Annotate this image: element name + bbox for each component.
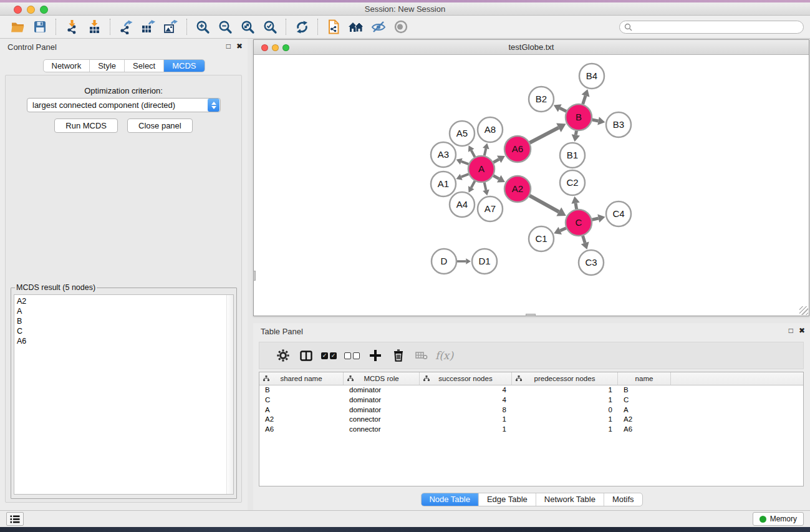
column-header[interactable]: MCDS role	[344, 372, 420, 385]
minimize-window-button[interactable]	[27, 6, 35, 14]
mcds-result-item[interactable]: B	[17, 316, 224, 326]
table-cell[interactable]: 1	[512, 385, 618, 395]
table-cell[interactable]: 1	[420, 415, 512, 425]
close-window-button[interactable]	[14, 6, 22, 14]
tab-mcds[interactable]: MCDS	[163, 60, 204, 72]
table-cell[interactable]: A	[618, 405, 671, 415]
table-cell[interactable]: 8	[420, 405, 512, 415]
table-cell[interactable]: C	[618, 395, 671, 405]
export-image-button[interactable]	[160, 17, 182, 36]
add-column-button[interactable]	[364, 350, 387, 361]
table-cell[interactable]: A	[259, 405, 344, 415]
clone-network-button[interactable]	[322, 17, 345, 36]
optimization-criterion-dropdown[interactable]: largest connected component (directed)	[27, 98, 221, 112]
close-panel-button[interactable]: Close panel	[127, 118, 193, 133]
show-panels-button[interactable]	[6, 512, 24, 526]
graph-edge-A-A8[interactable]	[485, 148, 486, 155]
graph-edge-C-C1[interactable]	[560, 228, 566, 231]
network-minimize-button[interactable]	[272, 44, 279, 51]
table-row[interactable]: Adominator80A	[259, 405, 803, 415]
show-columns-button[interactable]	[294, 351, 317, 361]
home-button[interactable]	[345, 17, 367, 36]
graph-edge-C-C4[interactable]	[592, 218, 598, 220]
table-cell[interactable]: B	[259, 385, 344, 395]
graph-edge-A-A3[interactable]	[461, 162, 469, 164]
tab-network[interactable]: Network	[43, 60, 89, 72]
tab-motifs[interactable]: Motifs	[604, 493, 642, 506]
network-maximize-button[interactable]	[282, 44, 289, 51]
run-mcds-button[interactable]: Run MCDS	[54, 118, 118, 133]
table-row[interactable]: A2connector11A2	[259, 415, 803, 425]
table-cell[interactable]: B	[618, 385, 671, 395]
mcds-result-item[interactable]: A6	[17, 336, 224, 346]
mcds-result-item[interactable]: A2	[17, 296, 224, 306]
maximize-window-button[interactable]	[40, 6, 48, 14]
hide-graphics-button[interactable]	[367, 17, 390, 36]
show-graphics-button[interactable]	[390, 17, 412, 36]
import-table-button[interactable]	[83, 17, 105, 36]
close-panel-icon[interactable]: ✖	[799, 326, 805, 335]
table-row[interactable]: A6connector11A6	[259, 425, 803, 435]
table-cell[interactable]: 1	[512, 425, 618, 435]
zoom-in-button[interactable]	[191, 17, 214, 36]
refresh-button[interactable]	[291, 17, 313, 36]
float-panel-icon[interactable]: □	[789, 326, 793, 335]
graph-edge-A6-B[interactable]	[530, 128, 559, 143]
tab-network-table[interactable]: Network Table	[536, 493, 604, 506]
table-cell[interactable]: C	[259, 395, 344, 405]
column-header[interactable]: name	[618, 372, 671, 385]
delete-table-button[interactable]	[410, 351, 433, 360]
deselect-all-button[interactable]	[340, 352, 364, 359]
table-cell[interactable]: 1	[512, 415, 618, 425]
delete-column-button[interactable]	[387, 349, 410, 362]
table-cell[interactable]: dominator	[344, 385, 420, 395]
network-canvas[interactable]: B4B2BB3A5A8A6B1A3AA1C2A2A4A7C4CC1C3DD1	[254, 56, 809, 316]
zoom-fit-button[interactable]	[236, 17, 259, 36]
column-header[interactable]: shared name	[259, 372, 344, 385]
graph-edge-A-A7[interactable]	[485, 182, 486, 190]
table-cell[interactable]: 1	[512, 395, 618, 405]
table-cell[interactable]: 1	[420, 425, 512, 435]
graph-edge-A-A5[interactable]	[471, 150, 475, 157]
table-cell[interactable]: dominator	[344, 395, 420, 405]
graph-edge-A-A2[interactable]	[493, 176, 499, 179]
zoom-selected-button[interactable]	[259, 17, 281, 36]
graph-edge-A2-C[interactable]	[529, 196, 559, 212]
graph-edge-B-B3[interactable]	[592, 120, 599, 121]
float-panel-icon[interactable]: □	[226, 42, 231, 51]
table-cell[interactable]: connector	[344, 415, 420, 425]
tab-style[interactable]: Style	[89, 60, 124, 72]
column-header[interactable]: predecessor nodes	[512, 372, 618, 385]
graph-edge-A-A1[interactable]	[461, 174, 469, 177]
table-cell[interactable]: dominator	[344, 405, 420, 415]
mcds-result-item[interactable]: C	[17, 326, 224, 336]
table-row[interactable]: Cdominator41C	[259, 395, 803, 405]
memory-button[interactable]: Memory	[753, 512, 804, 526]
graph-edge-B-B1[interactable]	[576, 131, 576, 135]
column-header[interactable]: successor nodes	[420, 372, 512, 385]
graph-edge-C-C3[interactable]	[583, 236, 586, 243]
select-all-button[interactable]: ✓✓	[317, 352, 340, 359]
table-cell[interactable]: A2	[259, 415, 344, 425]
table-cell[interactable]: 4	[420, 385, 512, 395]
zoom-out-button[interactable]	[214, 17, 236, 36]
graph-edge-C-C2[interactable]	[576, 203, 577, 210]
graph-edge-A-A4[interactable]	[471, 181, 475, 188]
table-cell[interactable]: A6	[259, 425, 344, 435]
tab-node-table[interactable]: Node Table	[421, 493, 478, 506]
graph-edge-A-A6[interactable]	[493, 159, 499, 162]
import-network-button[interactable]	[60, 17, 83, 36]
save-session-button[interactable]	[29, 17, 51, 36]
table-cell[interactable]: 4	[420, 395, 512, 405]
tab-edge-table[interactable]: Edge Table	[478, 493, 536, 506]
close-panel-icon[interactable]: ✖	[236, 42, 243, 51]
tab-select[interactable]: Select	[124, 60, 163, 72]
export-network-button[interactable]	[115, 17, 137, 36]
table-cell[interactable]: A2	[618, 415, 671, 425]
resize-grip[interactable]	[799, 306, 808, 315]
result-scrollbar[interactable]	[226, 295, 233, 494]
table-settings-button[interactable]	[271, 349, 294, 362]
function-builder-button[interactable]: f(x)	[433, 349, 456, 362]
graph-edge-B-B4[interactable]	[583, 95, 586, 104]
search-input[interactable]	[635, 22, 799, 32]
